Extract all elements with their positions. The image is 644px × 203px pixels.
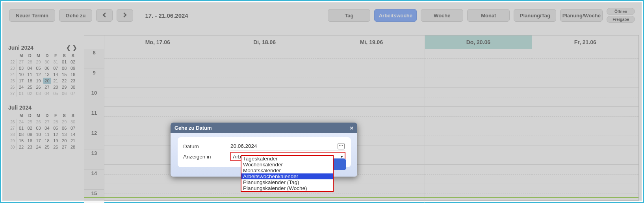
mini-cal-day[interactable]: 15: [60, 71, 69, 78]
mini-cal-day[interactable]: 18: [26, 78, 34, 84]
mini-cal-day[interactable]: 07: [69, 90, 77, 97]
mini-cal-day[interactable]: 29: [60, 84, 69, 90]
mini-cal-day[interactable]: 01: [17, 90, 26, 97]
mini-cal-day[interactable]: 08: [17, 131, 26, 138]
dropdown-option[interactable]: Arbeitswochenkalender: [241, 173, 333, 179]
mini-cal-day[interactable]: 09: [69, 65, 77, 71]
mini-cal-day[interactable]: 28: [69, 144, 77, 150]
mini-cal-day[interactable]: 01: [17, 125, 26, 131]
mini-cal-day[interactable]: 12: [51, 131, 60, 138]
mini-cal-day[interactable]: 22: [60, 78, 69, 84]
mini-cal-day[interactable]: 21: [51, 78, 60, 84]
mini-cal-day[interactable]: 19: [34, 78, 43, 84]
mini-cal-day[interactable]: 03: [17, 65, 26, 71]
mini-cal-day[interactable]: 16: [26, 138, 34, 144]
dropdown-option[interactable]: Monatskalender: [241, 168, 333, 173]
mini-cal-day[interactable]: 20: [60, 138, 69, 144]
dropdown-option[interactable]: Tageskalender: [241, 156, 333, 162]
mini-cal-day[interactable]: 07: [69, 125, 77, 131]
mini-cal-day[interactable]: 25: [26, 119, 34, 125]
mini-cal-day[interactable]: 24: [17, 84, 26, 90]
mini-cal-day[interactable]: 04: [43, 90, 52, 97]
mini-cal-day[interactable]: 10: [34, 131, 43, 138]
mini-cal-day[interactable]: 14: [51, 71, 60, 78]
mini-cal-day[interactable]: 07: [51, 65, 60, 71]
mini-cal-day[interactable]: 05: [51, 125, 60, 131]
mini-cal-day[interactable]: 24: [17, 119, 26, 125]
day-header[interactable]: Mi, 19.06: [318, 35, 425, 49]
mini-cal-day[interactable]: 24: [34, 144, 43, 150]
view-month-button[interactable]: Monat: [467, 9, 510, 22]
dropdown-option[interactable]: Planungskalender (Woche): [241, 185, 333, 191]
mini-cal-day[interactable]: 30: [69, 119, 77, 125]
mini-cal-day[interactable]: 08: [60, 65, 69, 71]
date-picker-icon[interactable]: ⋯: [338, 143, 345, 149]
date-input[interactable]: 20.06.2024 ⋯: [230, 142, 345, 151]
mini-cal-day[interactable]: 23: [26, 144, 34, 150]
day-column[interactable]: [532, 49, 638, 203]
mini-cal-day[interactable]: 21: [69, 138, 77, 144]
day-header[interactable]: Mo, 17.06: [104, 35, 211, 49]
mini-cal-prev-button[interactable]: ❮: [66, 45, 71, 51]
mini-cal-day[interactable]: 04: [26, 65, 34, 71]
mini-cal-day[interactable]: 27: [43, 119, 52, 125]
mini-cal-day[interactable]: 27: [17, 59, 26, 65]
mini-cal-day[interactable]: 17: [17, 78, 26, 84]
mini-cal-day[interactable]: 06: [43, 65, 52, 71]
view-workweek-button[interactable]: Arbeitswoche: [374, 9, 417, 22]
release-button[interactable]: Freigabe: [607, 16, 635, 23]
mini-cal-day[interactable]: 25: [26, 84, 34, 90]
view-plan-day-button[interactable]: Planung/Tag: [514, 9, 556, 22]
mini-cal-day[interactable]: 23: [69, 78, 77, 84]
view-week-button[interactable]: Woche: [421, 9, 463, 22]
mini-cal-day[interactable]: 29: [60, 119, 69, 125]
day-column[interactable]: [425, 49, 531, 203]
mini-cal-day[interactable]: 06: [60, 90, 69, 97]
mini-cal-day[interactable]: 20: [43, 78, 52, 84]
mini-cal-day[interactable]: 13: [43, 71, 52, 78]
mini-cal-day[interactable]: 11: [26, 71, 34, 78]
mini-cal-day[interactable]: 09: [26, 131, 34, 138]
mini-cal-day[interactable]: 12: [34, 71, 43, 78]
mini-cal-day[interactable]: 22: [17, 144, 26, 150]
mini-cal-day[interactable]: 02: [26, 125, 34, 131]
dropdown-option[interactable]: Wochenkalender: [241, 162, 333, 168]
dropdown-option[interactable]: Planungskalender (Tag): [241, 179, 333, 185]
view-day-button[interactable]: Tag: [328, 9, 370, 22]
mini-cal-day[interactable]: 04: [43, 125, 52, 131]
mini-cal-day[interactable]: 30: [43, 59, 52, 65]
mini-cal-day[interactable]: 28: [51, 84, 60, 90]
next-week-button[interactable]: [117, 9, 133, 22]
mini-cal-day[interactable]: 01: [60, 59, 69, 65]
mini-cal-day[interactable]: 16: [69, 71, 77, 78]
mini-cal-day[interactable]: 28: [26, 59, 34, 65]
mini-cal-day[interactable]: 28: [51, 119, 60, 125]
mini-cal-day[interactable]: 03: [34, 90, 43, 97]
mini-cal-day[interactable]: 03: [34, 125, 43, 131]
view-plan-week-button[interactable]: Planung/Woche: [560, 9, 603, 22]
mini-cal-day[interactable]: 26: [34, 119, 43, 125]
mini-cal-day[interactable]: 27: [43, 84, 52, 90]
goto-button[interactable]: Gehe zu: [59, 9, 93, 22]
mini-cal-day[interactable]: 11: [43, 131, 52, 138]
mini-cal-day[interactable]: 05: [51, 90, 60, 97]
open-button[interactable]: Öffnen: [607, 8, 635, 15]
mini-cal-day[interactable]: 13: [60, 131, 69, 138]
mini-cal-day[interactable]: 19: [51, 138, 60, 144]
mini-cal-day[interactable]: 15: [17, 138, 26, 144]
day-header[interactable]: Di, 18.06: [211, 35, 317, 49]
mini-cal-day[interactable]: 25: [43, 144, 52, 150]
dialog-close-button[interactable]: ×: [350, 125, 353, 131]
new-appointment-button[interactable]: Neuer Termin: [9, 9, 55, 22]
mini-cal-day[interactable]: 18: [43, 138, 52, 144]
mini-cal-day[interactable]: 02: [26, 90, 34, 97]
mini-cal-next-button[interactable]: ❯: [72, 45, 77, 51]
mini-cal-day[interactable]: 27: [60, 144, 69, 150]
mini-cal-day[interactable]: 26: [51, 144, 60, 150]
mini-cal-day[interactable]: 17: [34, 138, 43, 144]
mini-cal-day[interactable]: 31: [51, 59, 60, 65]
mini-cal-day[interactable]: 30: [69, 84, 77, 90]
mini-cal-day[interactable]: 02: [69, 59, 77, 65]
mini-cal-day[interactable]: 05: [34, 65, 43, 71]
mini-cal-day[interactable]: 06: [60, 125, 69, 131]
